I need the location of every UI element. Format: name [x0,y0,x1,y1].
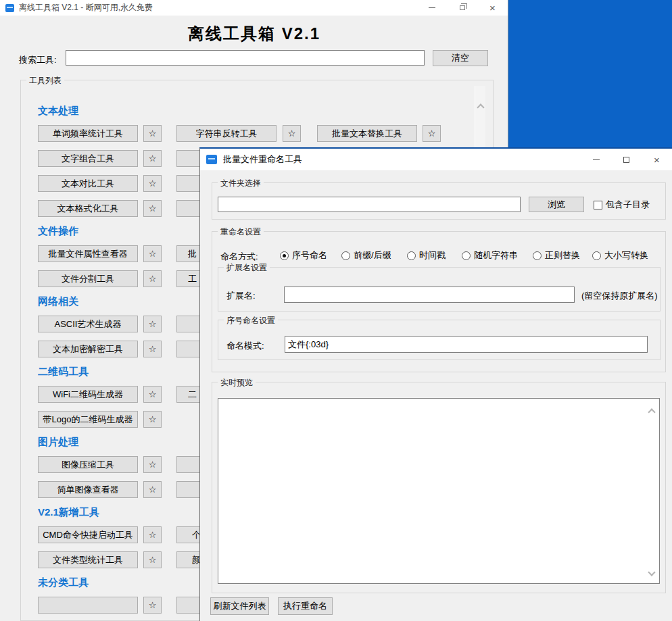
include-subdir-label: 包含子目录 [606,199,650,211]
favorite-star-button[interactable]: ☆ [143,551,162,568]
dialog-title: 批量文件重命名工具 [223,153,581,166]
checkbox-icon[interactable] [594,201,602,209]
favorite-star-button[interactable]: ☆ [283,125,301,142]
radio-selected-icon[interactable] [280,251,289,260]
extension-field-label: 扩展名: [226,290,256,302]
tool-button[interactable]: 文本格式化工具 [38,200,138,217]
favorite-star-button[interactable]: ☆ [143,386,162,403]
tool-button[interactable]: 文件分割工具 [38,270,138,287]
extension-groupbox: 扩展名设置 扩展名: (留空保持原扩展名) [218,267,661,312]
scroll-up-icon[interactable] [648,408,655,416]
favorite-star-button[interactable]: ☆ [143,411,162,428]
main-window-title: 离线工具箱 V2.1 - 断网可用,永久免费 [19,2,416,14]
extension-note: (留空保持原扩展名) [581,290,658,302]
favorite-star-button[interactable]: ☆ [143,526,162,543]
desktop: 离线工具箱 V2.1 - 断网可用,永久免费 × 离线工具箱 V2.1 搜索工具… [0,0,672,621]
radio-icon[interactable] [407,251,416,260]
favorite-star-button[interactable]: ☆ [143,245,162,262]
tool-button[interactable]: 单词频率统计工具 [38,125,138,142]
execute-rename-button[interactable]: 执行重命名 [278,597,333,615]
radio-icon[interactable] [592,251,601,260]
page-title: 离线工具箱 V2.1 [0,23,508,45]
tool-button[interactable]: WiFi二维码生成器 [38,386,138,403]
dialog-close-button[interactable]: × [642,149,672,170]
minimize-icon [429,7,435,8]
favorite-star-button[interactable]: ☆ [143,316,162,332]
naming-mode-radio[interactable]: 大小写转换 [592,249,648,262]
folder-group-label: 文件夹选择 [218,178,264,189]
include-subdir-option[interactable]: 包含子目录 [594,199,650,211]
favorite-star-button[interactable]: ☆ [423,125,441,142]
favorite-star-button[interactable]: ☆ [143,175,162,192]
tool-button[interactable]: 字符串反转工具 [176,125,277,142]
radio-icon[interactable] [341,251,350,260]
scroll-up-icon[interactable] [477,103,484,111]
tool-button[interactable]: 文字组合工具 [38,150,138,167]
naming-mode-radio[interactable]: 正则替换 [533,249,580,262]
folder-path-input[interactable] [218,197,521,212]
favorite-star-button[interactable]: ☆ [143,125,162,142]
tool-button[interactable]: ASCII艺术生成器 [38,316,138,332]
naming-mode-radios: 序号命名前缀/后缀时间戳随机字符串正则替换大小写转换 [212,249,665,263]
favorite-star-button[interactable]: ☆ [143,270,162,287]
tool-button[interactable]: 简单图像查看器 [38,481,138,498]
tool-button[interactable]: 批量文本替换工具 [317,125,417,142]
radio-label: 正则替换 [545,249,580,262]
radio-label: 随机字符串 [474,249,518,262]
maximize-icon [623,157,629,163]
extension-group-label: 扩展名设置 [224,262,270,274]
favorite-star-button[interactable]: ☆ [143,150,162,167]
favorite-star-button[interactable]: ☆ [143,481,162,498]
scroll-down-icon[interactable] [648,568,655,576]
tool-button[interactable] [38,597,138,614]
extension-input[interactable] [284,287,575,303]
tool-button[interactable]: 图像压缩工具 [38,456,138,473]
radio-icon[interactable] [533,251,542,260]
restore-icon [460,5,465,10]
minimize-icon [593,159,600,160]
tool-button[interactable]: 带Logo的二维码生成器 [38,411,138,428]
favorite-star-button[interactable]: ☆ [143,597,162,614]
rename-settings-groupbox: 重命名设置 命名方式: 序号命名前缀/后缀时间戳随机字符串正则替换大小写转换 扩… [212,231,666,372]
tool-button[interactable]: CMD命令快捷启动工具 [38,526,138,543]
naming-mode-radio[interactable]: 序号命名 [280,249,327,262]
favorite-star-button[interactable]: ☆ [143,456,162,473]
sequence-group-label: 序号命名设置 [224,315,278,326]
sequence-naming-groupbox: 序号命名设置 命名模式: [218,320,661,360]
pattern-field-label: 命名模式: [226,340,264,352]
clear-search-button[interactable]: 清空 [433,50,488,66]
rename-group-label: 重命名设置 [218,226,264,238]
browse-button[interactable]: 浏览 [529,197,584,212]
radio-label: 序号命名 [292,249,327,262]
preview-list[interactable] [218,398,660,584]
batch-rename-dialog: 批量文件重命名工具 × 文件夹选择 浏览 包含子目录 重命名设置 命名方式: 序… [199,147,672,621]
live-preview-groupbox: 实时预览 [212,382,666,593]
naming-pattern-input[interactable] [285,336,648,353]
folder-select-groupbox: 文件夹选择 浏览 包含子目录 [212,182,666,220]
refresh-file-list-button[interactable]: 刷新文件列表 [210,597,269,615]
radio-icon[interactable] [462,251,471,260]
close-icon: × [489,3,496,13]
tool-button[interactable]: 文本对比工具 [38,175,138,192]
favorite-star-button[interactable]: ☆ [143,200,162,217]
main-minimize-button[interactable] [416,0,447,16]
main-titlebar: 离线工具箱 V2.1 - 断网可用,永久免费 × [0,0,508,16]
section-title: 文本处理 [38,105,473,118]
naming-mode-radio[interactable]: 前缀/后缀 [341,249,391,262]
dialog-minimize-button[interactable] [581,149,611,170]
tool-button[interactable]: 文本加密解密工具 [38,341,138,357]
dialog-maximize-button[interactable] [611,149,642,170]
tool-button[interactable]: 文件类型统计工具 [38,551,138,568]
favorite-star-button[interactable]: ☆ [143,341,162,357]
toolbox-app-icon [5,4,14,12]
radio-label: 大小写转换 [604,249,648,262]
naming-mode-radio[interactable]: 时间戳 [407,249,446,262]
main-restore-button[interactable] [447,0,477,16]
main-close-button[interactable]: × [477,0,508,16]
radio-label: 前缀/后缀 [354,249,391,262]
dialog-titlebar: 批量文件重命名工具 × [200,149,672,170]
search-input[interactable] [66,50,425,66]
tool-button[interactable]: 批量文件属性查看器 [38,245,138,262]
naming-mode-radio[interactable]: 随机字符串 [462,249,518,262]
search-label: 搜索工具: [19,54,57,66]
